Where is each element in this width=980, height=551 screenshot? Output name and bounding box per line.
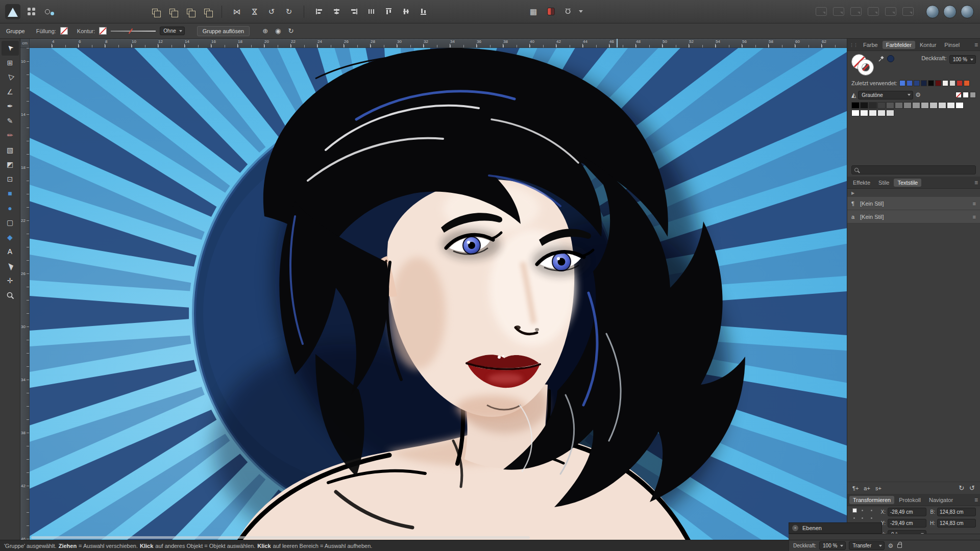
sphere-icon-1[interactable] [925,4,940,19]
recent-color-swatch[interactable] [964,80,970,86]
grayscale-swatch[interactable] [921,102,929,109]
grayscale-swatch[interactable] [877,102,886,109]
snapping-caret-icon[interactable] [579,10,583,13]
recent-color-swatch[interactable] [914,80,920,86]
tab-kontur[interactable]: Kontur [916,41,940,49]
tab-farbfelder[interactable]: Farbfelder [883,41,915,49]
detach-styles-icon[interactable]: ↺ [969,484,975,492]
recent-color-swatch[interactable] [928,80,934,86]
align-top-icon[interactable] [381,4,396,19]
grayscale-swatch[interactable] [877,110,886,116]
add-character-style-button[interactable]: a+ [864,485,870,491]
ui-layout-icon[interactable] [23,4,39,19]
tab-farbe[interactable]: Farbe [860,41,881,49]
move-forward-icon[interactable] [164,4,180,19]
align-right-icon[interactable] [346,4,361,19]
layer-opacity-select[interactable]: 100 % [819,541,846,550]
style-row-menu-icon[interactable]: ≡ [973,214,976,220]
rotate-cw-icon[interactable]: ↻ [281,4,297,19]
toolbar-extra-icon-1[interactable] [814,4,829,19]
tab-pinsel[interactable]: Pinsel [941,41,963,49]
y-field[interactable] [888,519,926,528]
snapping-magnet-icon[interactable]: Ω [560,4,576,19]
fill-stroke-selector[interactable] [851,54,878,77]
text-tool[interactable]: A [2,244,19,259]
canvas-viewport[interactable] [30,48,847,540]
eyedropper-icon[interactable] [878,55,885,62]
view-tool[interactable]: ✛ [2,273,19,288]
align-bottom-icon[interactable] [415,4,431,19]
grayscale-swatch[interactable] [886,110,894,116]
tab-protokoll[interactable]: Protokoll [895,496,924,504]
grayscale-swatch[interactable] [955,102,964,109]
palette-select[interactable]: Grautöne [858,91,913,99]
ruler-unit-label[interactable]: cm [20,39,30,48]
rotate-selection-box-icon[interactable]: ↻ [286,27,295,35]
grayscale-swatch[interactable] [929,102,938,109]
grayscale-swatch[interactable] [860,102,868,109]
grayscale-swatch[interactable] [869,110,877,116]
grayscale-swatch[interactable] [886,102,894,109]
toolbar-extra-icon-6[interactable] [900,4,916,19]
opacity-select[interactable]: 100 % [949,55,976,64]
preview-mode-icon[interactable]: ◉ [274,27,282,35]
grayscale-swatch[interactable] [912,102,920,109]
add-group-style-button[interactable]: s+ [875,485,881,491]
grayscale-swatch[interactable] [947,102,955,109]
stroke-style-select[interactable]: Ohne [160,27,184,35]
recent-color-swatch[interactable] [921,80,927,86]
artboard-tool[interactable]: ⊞ [2,56,19,70]
move-backward-icon[interactable] [182,4,197,19]
horizontal-scrollbar[interactable] [30,535,847,540]
pen-tool[interactable]: ✒ [2,99,19,114]
stroke-swatch[interactable] [99,27,107,35]
ungroup-button[interactable]: Gruppe auflösen [197,26,250,36]
style-row-menu-icon[interactable]: ≡ [973,201,976,207]
toolbar-extra-icon-4[interactable] [866,4,881,19]
sphere-icon-3[interactable] [960,4,975,19]
update-styles-icon[interactable]: ↻ [959,484,964,492]
palette-quick-swatch[interactable] [955,92,962,98]
tab-effekte[interactable]: Effekte [849,179,874,187]
vector-crop-tool[interactable]: ⊡ [2,172,19,187]
grayscale-swatch[interactable] [938,102,946,109]
space-horizontal-icon[interactable] [363,4,379,19]
node-tool[interactable]: ▷ [2,70,19,85]
palette-quick-swatch[interactable] [970,92,976,98]
symbols-icon[interactable] [42,4,57,19]
recent-color-swatch[interactable] [935,80,941,86]
scrollbar-thumb[interactable] [31,536,530,539]
grayscale-swatch[interactable] [851,102,860,109]
text-style-row-2[interactable]: a[Kein Stil]≡ [847,210,980,223]
move-to-front-icon[interactable] [147,4,162,19]
grayscale-swatch[interactable] [903,102,912,109]
layers-panel-body[interactable] [789,534,980,540]
width-field[interactable] [937,508,976,516]
swatch-search-input[interactable] [861,167,973,173]
height-field[interactable] [937,519,976,528]
toolbar-extra-icon-3[interactable] [848,4,864,19]
vertical-ruler[interactable]: 10141822263034384246 [20,48,30,540]
blend-mode-select[interactable]: Transfer [849,541,885,550]
align-center-h-icon[interactable] [329,4,344,19]
tab-menu-icon[interactable]: ≡ [974,179,978,186]
tab-textstile[interactable]: Textstile [894,179,921,187]
toolbar-extra-icon-2[interactable] [831,4,846,19]
tab-menu-icon[interactable]: ≡ [974,496,978,504]
tab-transformieren[interactable]: Transformieren [849,496,894,504]
recent-color-swatch[interactable] [906,80,913,86]
layers-panel-header[interactable]: × Ebenen [789,522,882,534]
flip-horizontal-icon[interactable]: ⋈ [229,4,244,19]
x-field[interactable] [888,508,926,516]
transparency-tool[interactable]: ◩ [2,157,19,172]
layer-fx-gear-icon[interactable]: ⚙ [888,542,893,549]
rounded-rectangle-tool[interactable]: ▢ [2,215,19,230]
close-icon[interactable]: × [792,525,798,531]
styles-disclosure-row[interactable]: ▶ [847,189,980,197]
grayscale-swatch[interactable] [851,110,860,116]
vector-brush-tool[interactable]: ✏ [2,128,19,143]
stroke-width-slider[interactable] [111,28,156,34]
grayscale-swatch[interactable] [895,102,903,109]
grayscale-swatch[interactable] [860,110,868,116]
zoom-tool[interactable] [2,288,19,303]
